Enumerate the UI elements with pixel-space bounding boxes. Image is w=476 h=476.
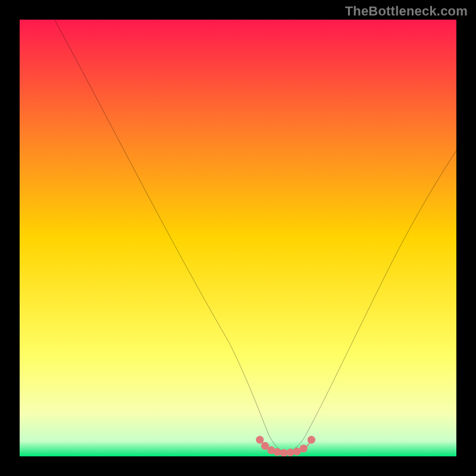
svg-point-9 xyxy=(308,436,315,444)
svg-point-8 xyxy=(299,444,307,452)
minimum-highlight xyxy=(20,20,456,456)
plot-area xyxy=(20,20,456,456)
chart-frame: TheBottleneck.com xyxy=(0,0,476,476)
svg-point-1 xyxy=(256,436,264,444)
watermark-text: TheBottleneck.com xyxy=(345,4,468,19)
